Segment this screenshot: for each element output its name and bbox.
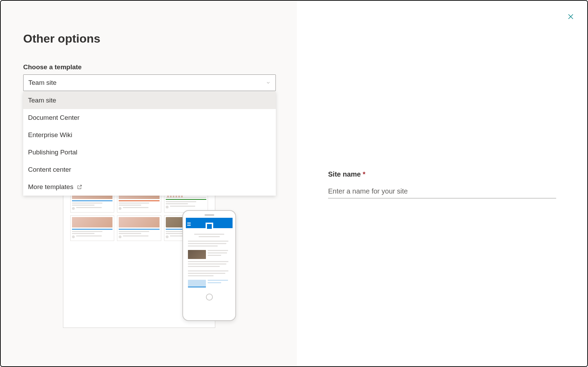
template-label: Choose a template — [23, 63, 274, 71]
template-option-more-templates[interactable]: More templates — [23, 178, 276, 196]
template-select[interactable]: Team site — [23, 74, 276, 91]
required-asterisk: * — [363, 170, 365, 178]
left-panel: Other options Choose a template Team sit… — [1, 1, 297, 366]
template-option-publishing-portal[interactable]: Publishing Portal — [23, 144, 276, 161]
template-dropdown-menu: Team site Document Center Enterprise Wik… — [23, 92, 276, 196]
template-option-enterprise-wiki[interactable]: Enterprise Wiki — [23, 126, 276, 144]
page-title: Other options — [23, 32, 274, 45]
template-dropdown: Team site Team site Document Center Ente… — [23, 74, 276, 91]
site-name-label: Site name * — [328, 170, 556, 178]
template-selected-value: Team site — [28, 79, 56, 87]
template-option-content-center[interactable]: Content center — [23, 161, 276, 178]
chevron-down-icon — [266, 80, 271, 85]
close-icon — [566, 12, 575, 21]
site-name-input[interactable] — [328, 185, 556, 198]
close-button[interactable] — [564, 10, 577, 23]
right-panel: Site name * — [297, 1, 587, 366]
external-link-icon — [77, 184, 82, 190]
template-option-team-site[interactable]: Team site — [23, 92, 276, 109]
template-option-document-center[interactable]: Document Center — [23, 109, 276, 126]
create-site-dialog: Other options Choose a template Team sit… — [0, 0, 588, 367]
